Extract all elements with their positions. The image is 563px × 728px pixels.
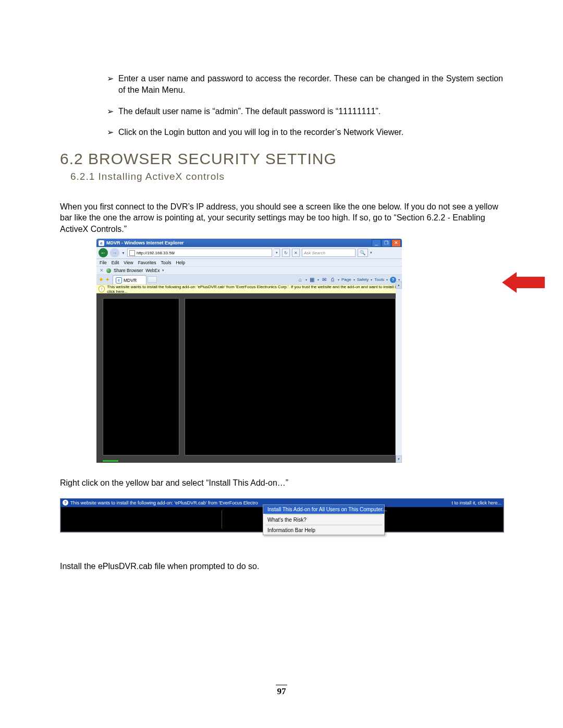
menu-view[interactable]: View (124, 260, 133, 265)
chevron-down-icon[interactable]: ▾ (398, 278, 400, 281)
tab-row: ★ ✦ e MDVR ⌂▾ ▦▾ ✉ ⎙▾ Page▾ Safety▾ Tool… (96, 275, 402, 285)
share-bar: ✕ Share Browser WebEx ▾ (96, 267, 402, 275)
chevron-down-icon[interactable]: ▾ (386, 278, 388, 281)
stop-button[interactable]: ✕ (292, 249, 300, 257)
forward-button[interactable]: → (110, 248, 119, 257)
chevron-down-icon[interactable]: ▾ (353, 278, 355, 281)
context-menu: Install This Add-on for All Users on Thi… (263, 504, 385, 535)
status-indicator (103, 460, 118, 462)
cmd-safety[interactable]: Safety (357, 277, 369, 282)
window-title: MDVR - Windows Internet Explorer (106, 240, 372, 245)
cmd-tools[interactable]: Tools (374, 277, 384, 282)
callout-arrow (502, 272, 545, 293)
bullet-item: Enter a user name and password to access… (107, 73, 503, 96)
search-input[interactable]: Ask Search (302, 249, 356, 257)
history-dropdown-icon[interactable]: ▼ (121, 251, 125, 255)
menu-help[interactable]: Help (176, 260, 185, 265)
information-bar-text: This website wants to install the follow… (70, 500, 268, 505)
section-heading: 6.2 BROWSER SECURITY SETTING (60, 150, 503, 168)
menu-separator (265, 525, 382, 525)
new-tab-button[interactable] (148, 276, 157, 283)
close-toolbar-icon[interactable]: ✕ (100, 268, 104, 273)
refresh-button[interactable]: ↻ (282, 249, 290, 257)
chevron-down-icon[interactable]: ▾ (371, 278, 372, 281)
share-dropdown-icon[interactable]: ▾ (162, 268, 164, 273)
nav-bar: ← → ▼ http://192.168.33.58/ ▾ ↻ ✕ Ask Se… (96, 247, 402, 259)
address-text: http://192.168.33.58/ (137, 251, 175, 255)
warning-icon: ! (99, 286, 105, 292)
scroll-up-icon[interactable]: ▴ (396, 281, 402, 289)
menu-separator (265, 514, 382, 515)
scrollbar[interactable]: ▴ ▾ (396, 281, 402, 463)
viewer-pane-right (185, 298, 396, 455)
intro-paragraph: When you first connect to the DVR’s IP a… (60, 201, 503, 235)
ie-window: e MDVR - Windows Internet Explorer _ ❐ ✕… (96, 239, 402, 463)
viewer-pane-left (103, 298, 179, 455)
menu-item-information-bar-help[interactable]: Information Bar Help (263, 526, 384, 535)
feeds-icon[interactable]: ▦ (309, 277, 315, 283)
window-buttons: _ ❐ ✕ (372, 239, 401, 247)
address-bar[interactable]: http://192.168.33.58/ (127, 249, 272, 257)
page-number-value: 97 (277, 686, 286, 696)
window-titlebar: e MDVR - Windows Internet Explorer _ ❐ ✕ (96, 239, 402, 247)
ie-icon: e (99, 240, 104, 246)
cmd-page[interactable]: Page (341, 277, 351, 282)
figure-ie-window: e MDVR - Windows Internet Explorer _ ❐ ✕… (96, 239, 503, 463)
mid-paragraph: Right click on the yellow bar and select… (60, 477, 503, 489)
information-bar-text-right: t to install it, click here... (451, 500, 501, 505)
menu-edit[interactable]: Edit (112, 260, 119, 265)
page-icon (129, 250, 135, 256)
browser-tab[interactable]: e MDVR (113, 275, 146, 285)
scroll-track[interactable] (396, 289, 402, 455)
add-favorites-icon[interactable]: ✦ (105, 277, 109, 282)
bullet-item: Click on the Login button and you will l… (107, 127, 503, 138)
address-dropdown-icon[interactable]: ▾ (274, 249, 280, 257)
menu-file[interactable]: File (100, 260, 107, 265)
maximize-button[interactable]: ❐ (382, 239, 391, 247)
search-button[interactable]: 🔍 (358, 249, 368, 257)
back-button[interactable]: ← (99, 248, 108, 257)
infobar-strip: ? This website wants to install the foll… (60, 498, 504, 533)
command-bar: ⌂▾ ▦▾ ✉ ⎙▾ Page▾ Safety▾ Tools▾ ?▾ (297, 275, 400, 285)
menu-tools[interactable]: Tools (161, 260, 172, 265)
viewer-pane (65, 510, 222, 528)
favorites-star-icon[interactable]: ★ (99, 276, 104, 283)
chevron-down-icon[interactable]: ▾ (317, 278, 319, 281)
share-app-label[interactable]: WebEx (145, 268, 160, 273)
last-paragraph: Install the ePlusDVR.cab file when promp… (60, 561, 503, 572)
ie-tab-icon: e (116, 277, 122, 283)
menu-favorites[interactable]: Favorites (138, 260, 156, 265)
close-button[interactable]: ✕ (391, 239, 401, 247)
home-icon[interactable]: ⌂ (297, 277, 303, 283)
bullet-item: The default user name is “admin”. The de… (107, 106, 503, 117)
chevron-down-icon[interactable]: ▾ (305, 278, 307, 281)
menu-bar: File Edit View Favorites Tools Help (96, 259, 402, 267)
tab-label: MDVR (124, 278, 137, 283)
viewer-area (96, 293, 402, 463)
search-dropdown-icon[interactable]: ▾ (370, 251, 372, 255)
page-number: 97 (0, 685, 563, 697)
document-page: Enter a user name and password to access… (0, 0, 563, 728)
menu-item-install-addon[interactable]: Install This Add-on for All Users on Thi… (263, 505, 384, 514)
chevron-down-icon[interactable]: ▾ (338, 278, 339, 281)
menu-item-whats-the-risk[interactable]: What's the Risk? (263, 515, 384, 524)
figure-context-menu: ? This website wants to install the foll… (60, 498, 503, 533)
subsection-heading: 6.2.1 Installing ActiveX controls (70, 171, 503, 182)
globe-icon (106, 268, 111, 273)
scroll-down-icon[interactable]: ▾ (396, 455, 402, 463)
bullet-list: Enter a user name and password to access… (86, 73, 503, 139)
mail-icon[interactable]: ✉ (321, 277, 327, 283)
warning-icon: ? (63, 500, 68, 505)
share-browser-label[interactable]: Share Browser (114, 268, 143, 273)
information-bar[interactable]: ! This website wants to install the foll… (96, 285, 402, 293)
minimize-button[interactable]: _ (372, 239, 381, 247)
print-icon[interactable]: ⎙ (329, 277, 336, 283)
information-bar-text: This website wants to install the follow… (107, 285, 400, 294)
